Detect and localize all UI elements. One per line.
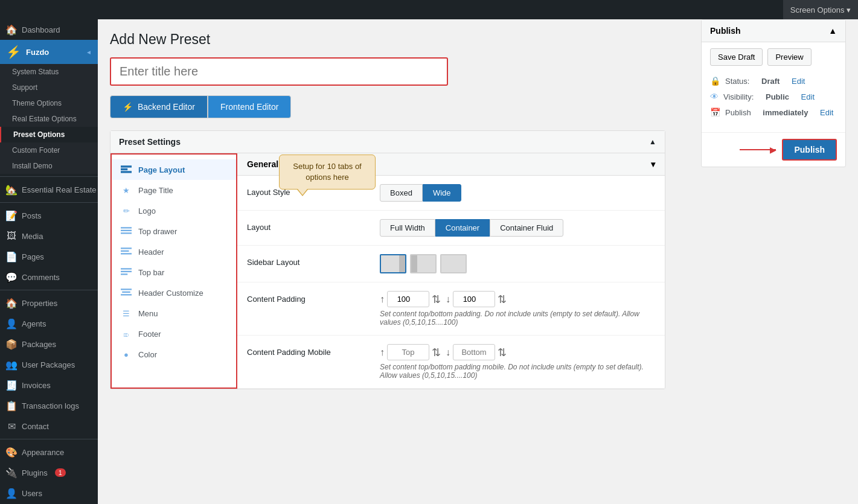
content-padding-top-input[interactable] [387, 291, 429, 307]
fuzdo-submenu: System Status Support Theme Options Real… [0, 64, 98, 174]
sidebar-layout-label: Sidebar Layout [247, 254, 368, 267]
content-padding-mobile-bottom-wrap: ↓ ⇅ [446, 344, 507, 360]
sidebar-item-media[interactable]: 🖼 Media [0, 226, 98, 246]
preset-nav-top-drawer-label: Top drawer [138, 227, 177, 236]
mobile-padding-bottom-stepper-icon[interactable]: ⇅ [498, 346, 507, 359]
sidebar-layout-side-col-2 [411, 255, 417, 272]
content-padding-inputs: ↑ ⇅ ↓ ⇅ [380, 291, 655, 307]
sidebar-item-contact[interactable]: ✉ Contact [0, 416, 98, 436]
sidebar-item-packages[interactable]: 📦 Packages [0, 334, 98, 354]
layout-style-wide-btn[interactable]: Wide [423, 184, 461, 202]
svg-rect-14 [121, 294, 132, 295]
sidebar-item-preset-options[interactable]: Preset Options [0, 127, 98, 142]
preset-settings-header: Preset Settings ▲ [110, 131, 665, 153]
comments-icon: 💬 [6, 272, 17, 282]
publish-status-edit-link[interactable]: Edit [792, 77, 805, 86]
menu-nav-icon: ☰ [120, 308, 132, 318]
layout-container-fluid-btn[interactable]: Container Fluid [490, 219, 563, 237]
support-label: Support [12, 83, 37, 92]
layout-style-boxed-btn[interactable]: Boxed [380, 184, 423, 202]
sidebar-item-essential-real-estate[interactable]: 🏡 Essential Real Estate [0, 179, 98, 200]
content-padding-bottom-input[interactable] [453, 291, 495, 307]
page-title-nav-icon: ★ [120, 185, 132, 195]
svg-rect-5 [121, 232, 132, 234]
content-padding-help: Set content top/bottom padding. Do not i… [380, 310, 655, 327]
top-bar-nav-icon [120, 267, 132, 277]
separator-3 [0, 290, 98, 290]
sidebar-item-real-estate-options[interactable]: Real Estate Options [0, 111, 98, 127]
publish-timing-value: immediately [763, 108, 808, 117]
padding-bottom-stepper-icon[interactable]: ⇅ [498, 293, 507, 306]
sidebar-item-theme-options[interactable]: Theme Options [0, 95, 98, 111]
mobile-padding-top-stepper-icon[interactable]: ⇅ [432, 346, 441, 359]
preset-nav-item-footer[interactable]: ⎄ Footer [112, 324, 236, 344]
sidebar-item-plugins[interactable]: 🔌 Plugins 1 [0, 462, 98, 483]
publish-visibility-label: Visibility: [723, 92, 754, 101]
header-customize-nav-icon [120, 288, 132, 298]
preset-nav-item-color[interactable]: ● Color [112, 344, 236, 365]
content-padding-mobile-bottom-input[interactable] [453, 344, 495, 360]
publish-visibility-edit-link[interactable]: Edit [801, 92, 815, 101]
sidebar-item-comments[interactable]: 💬 Comments [0, 267, 98, 287]
admin-top-bar: Screen Options ▾ [0, 0, 858, 19]
sidebar-item-custom-footer[interactable]: Custom Footer [0, 142, 98, 158]
preset-nav-footer-label: Footer [138, 330, 161, 339]
properties-label: Properties [22, 299, 57, 308]
preset-nav-item-header-customize[interactable]: Header Customize [112, 282, 236, 303]
preset-nav-item-top-bar[interactable]: Top bar [112, 262, 236, 282]
preset-nav-item-page-title[interactable]: ★ Page Title [112, 180, 236, 200]
preset-settings-collapse-icon[interactable]: ▲ [649, 138, 656, 146]
padding-top-stepper-icon[interactable]: ⇅ [432, 293, 441, 306]
sidebar-item-agents[interactable]: 👤 Agents [0, 313, 98, 334]
preset-nav-item-logo[interactable]: ✏ Logo [112, 200, 236, 221]
sidebar-item-properties[interactable]: 🏠 Properties [0, 293, 98, 313]
content-padding-control: ↑ ⇅ ↓ ⇅ [380, 291, 655, 327]
sidebar-item-install-demo[interactable]: Install Demo [0, 158, 98, 174]
screen-options-button[interactable]: Screen Options ▾ [783, 0, 858, 19]
preset-nav-item-page-layout[interactable]: Page Layout [112, 159, 236, 180]
essential-real-estate-label: Essential Real Estate [22, 185, 97, 194]
backend-editor-button[interactable]: ⚡ Backend Editor [110, 95, 208, 118]
preset-nav-item-menu[interactable]: ☰ Menu [112, 303, 236, 324]
layout-full-width-btn[interactable]: Full Width [380, 219, 435, 237]
sidebar-item-posts[interactable]: 📝 Posts [0, 205, 98, 226]
essential-real-estate-icon: 🏡 [6, 184, 17, 195]
appearance-label: Appearance [22, 448, 64, 457]
publish-button[interactable]: Publish [782, 139, 837, 161]
save-draft-button[interactable]: Save Draft [710, 48, 763, 66]
sidebar-item-users[interactable]: 👤 Users [0, 483, 98, 503]
sidebar-layout-option-3[interactable] [440, 254, 467, 273]
packages-icon: 📦 [6, 339, 17, 349]
preview-button[interactable]: Preview [767, 48, 811, 66]
logo-nav-icon: ✏ [120, 206, 132, 215]
publish-collapse-icon[interactable]: ▲ [828, 26, 837, 36]
layout-btn-group: Full Width Container Container Fluid [380, 219, 655, 237]
sidebar-item-fuzdo[interactable]: ⚡ Fuzdo ◄ [0, 40, 98, 64]
sidebar-layout-option-1[interactable] [380, 254, 406, 273]
contact-label: Contact [22, 422, 49, 431]
sidebar-item-transaction-logs[interactable]: 📋 Transaction logs [0, 395, 98, 416]
layout-row: Layout Full Width Container Container Fl… [237, 211, 665, 246]
svg-rect-11 [121, 273, 127, 275]
content-padding-mobile-row: Content Padding Mobile ↑ ⇅ [237, 336, 665, 389]
sidebar-item-invoices[interactable]: 🧾 Invoices [0, 375, 98, 395]
sidebar-item-appearance[interactable]: 🎨 Appearance [0, 442, 98, 462]
sidebar-item-user-packages[interactable]: 👥 User Packages [0, 354, 98, 375]
sidebar-item-dashboard[interactable]: 🏠 Dashboard [0, 19, 98, 40]
preset-nav-item-header[interactable]: Header [112, 241, 236, 262]
publish-timing-edit-link[interactable]: Edit [820, 108, 833, 117]
preset-nav-item-top-drawer[interactable]: Top drawer [112, 221, 236, 241]
visibility-icon: 👁 [710, 92, 719, 101]
layout-container-btn[interactable]: Container [435, 219, 490, 237]
post-title-input[interactable] [110, 57, 448, 86]
svg-rect-1 [121, 168, 127, 170]
content-padding-mobile-top-input[interactable] [387, 344, 429, 360]
sidebar-item-support[interactable]: Support [0, 80, 98, 95]
frontend-editor-button[interactable]: Frontend Editor [208, 95, 292, 118]
svg-rect-9 [121, 268, 132, 269]
sidebar-layout-option-2[interactable] [410, 254, 437, 273]
sidebar-item-pages[interactable]: 📄 Pages [0, 246, 98, 267]
preset-nav: Page Layout ★ Page Title ✏ Logo [110, 153, 237, 389]
svg-rect-12 [121, 289, 132, 290]
sidebar-item-system-status[interactable]: System Status [0, 64, 98, 80]
